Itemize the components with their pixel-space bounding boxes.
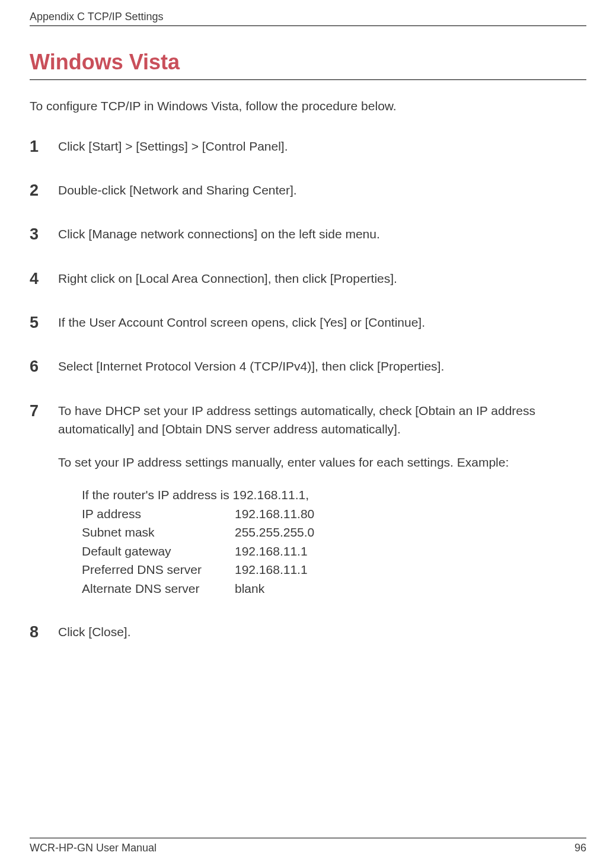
step-number: 1 [30,137,58,156]
page-title: Windows Vista [30,50,586,80]
step-number: 6 [30,357,58,376]
step-number: 2 [30,181,58,200]
step-number: 5 [30,313,58,332]
step-number: 8 [30,623,58,641]
step-item: 3 Click [Manage network connections] on … [30,225,586,244]
intro-text: To configure TCP/IP in Windows Vista, fo… [30,97,586,116]
example-block: If the router's IP address is 192.168.11… [82,486,586,598]
step-body: To have DHCP set your IP address setting… [58,401,586,598]
step-number: 4 [30,269,58,288]
example-label: IP address [82,505,235,524]
example-label: Default gateway [82,542,235,561]
footer-page-number: 96 [574,842,586,854]
step7-para1: To have DHCP set your IP address setting… [58,401,586,439]
example-row: Preferred DNS server 192.168.11.1 [82,560,586,579]
step-item: 2 Double-click [Network and Sharing Cent… [30,181,586,200]
step-text: Click [Manage network connections] on th… [58,225,586,244]
step7-para2: To set your IP address settings manually… [58,453,586,472]
step-text: Click [Close]. [58,623,586,641]
step-number: 7 [30,401,58,420]
page-footer: WCR-HP-GN User Manual 96 [30,838,586,854]
step-item: 4 Right click on [Local Area Connection]… [30,269,586,288]
example-value: 192.168.11.80 [235,505,314,524]
example-row: IP address 192.168.11.80 [82,505,586,524]
header-label: Appendix C TCP/IP Settings [30,11,163,23]
step-item: 1 Click [Start] > [Settings] > [Control … [30,137,586,156]
step-text: Click [Start] > [Settings] > [Control Pa… [58,137,586,156]
step-item: 5 If the User Account Control screen ope… [30,313,586,332]
footer-left: WCR-HP-GN User Manual [30,842,157,854]
step-item-7: 7 To have DHCP set your IP address setti… [30,401,586,598]
example-value: 255.255.255.0 [235,523,314,542]
example-label: Alternate DNS server [82,579,235,598]
example-row: Default gateway 192.168.11.1 [82,542,586,561]
steps-list: 1 Click [Start] > [Settings] > [Control … [30,137,586,642]
step-item: 6 Select [Internet Protocol Version 4 (T… [30,357,586,376]
example-intro: If the router's IP address is 192.168.11… [82,486,586,505]
example-value: 192.168.11.1 [235,542,308,561]
step-text: Double-click [Network and Sharing Center… [58,181,586,200]
page-header: Appendix C TCP/IP Settings [30,0,586,26]
step-text: Right click on [Local Area Connection], … [58,269,586,288]
example-row: Alternate DNS server blank [82,579,586,598]
example-label: Subnet mask [82,523,235,542]
step-number: 3 [30,225,58,244]
step-text: If the User Account Control screen opens… [58,313,586,332]
example-value: blank [235,579,264,598]
step-text: Select [Internet Protocol Version 4 (TCP… [58,357,586,376]
example-row: Subnet mask 255.255.255.0 [82,523,586,542]
step-item-8: 8 Click [Close]. [30,623,586,641]
example-value: 192.168.11.1 [235,560,308,579]
example-label: Preferred DNS server [82,560,235,579]
